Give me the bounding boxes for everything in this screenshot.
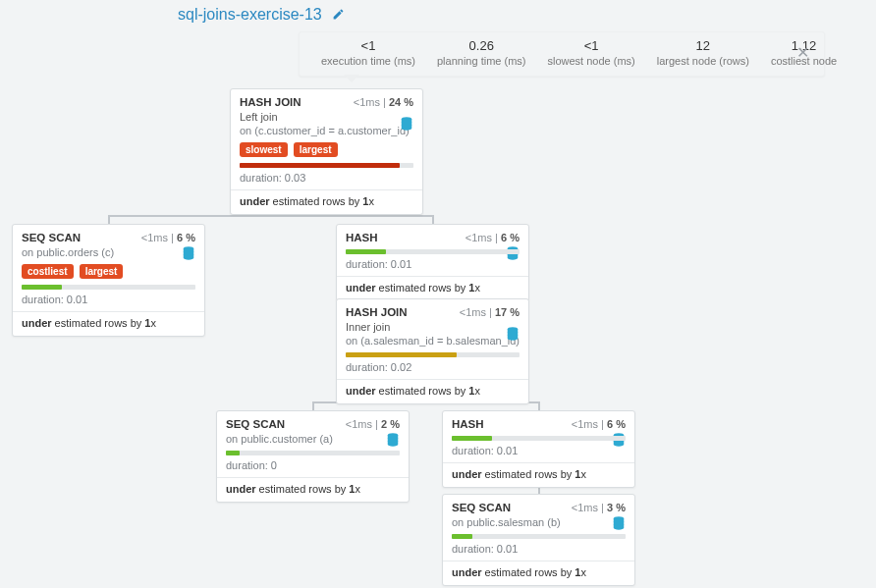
node-condition: on (c.customer_id = a.customer_id) bbox=[240, 125, 413, 136]
node-stats: <1ms | 17 % bbox=[460, 306, 520, 318]
page-title: sql-joins-exercise-13 bbox=[178, 6, 345, 25]
duration-text: duration: 0 bbox=[226, 459, 400, 471]
node-stats: <1ms | 3 % bbox=[572, 502, 626, 513]
node-detail: on public.customer (a) bbox=[226, 433, 400, 445]
metric-plan-time: 0.26 planning time (ms) bbox=[437, 38, 525, 67]
row-estimate: under estimated rows by 1x bbox=[240, 195, 413, 207]
node-stats: <1ms | 6 % bbox=[572, 418, 626, 430]
tag-slowest: slowest bbox=[240, 142, 288, 157]
tag-costliest: costliest bbox=[22, 264, 74, 279]
row-estimate: under estimated rows by 1x bbox=[452, 468, 626, 480]
duration-text: duration: 0.01 bbox=[452, 543, 626, 555]
metric-slowest: <1 slowest node (ms) bbox=[547, 38, 634, 67]
node-hash-2[interactable]: HASH <1ms | 6 % duration: 0.01 under est… bbox=[442, 410, 635, 488]
row-estimate: under estimated rows by 1x bbox=[452, 566, 626, 578]
node-stats: <1ms | 6 % bbox=[141, 232, 195, 243]
node-detail: on public.salesman (b) bbox=[452, 516, 626, 528]
node-tags: costliest largest bbox=[22, 264, 195, 279]
node-name: SEQ SCAN bbox=[452, 502, 511, 513]
node-detail: Left join bbox=[240, 111, 413, 123]
duration-bar bbox=[452, 436, 626, 441]
edit-icon[interactable] bbox=[332, 7, 345, 25]
node-detail: Inner join bbox=[346, 321, 520, 333]
summary-pointer bbox=[344, 75, 359, 82]
duration-bar bbox=[240, 163, 413, 168]
title-text: sql-joins-exercise-13 bbox=[178, 6, 322, 23]
database-icon[interactable] bbox=[387, 433, 399, 449]
connector bbox=[108, 215, 434, 217]
node-hash-join-2[interactable]: HASH JOIN <1ms | 17 % Inner join on (a.s… bbox=[336, 298, 529, 404]
node-name: HASH JOIN bbox=[240, 96, 301, 108]
node-hash-1[interactable]: HASH <1ms | 6 % duration: 0.01 under est… bbox=[336, 224, 529, 301]
node-stats: <1ms | 6 % bbox=[465, 232, 520, 243]
node-name: SEQ SCAN bbox=[226, 418, 285, 430]
node-name: HASH bbox=[452, 418, 484, 430]
duration-text: duration: 0.02 bbox=[346, 361, 520, 373]
node-seq-scan-salesman[interactable]: SEQ SCAN <1ms | 3 % on public.salesman (… bbox=[442, 494, 635, 586]
node-name: HASH bbox=[346, 232, 378, 243]
node-name: HASH JOIN bbox=[346, 306, 408, 318]
database-icon[interactable] bbox=[183, 246, 194, 262]
duration-text: duration: 0.01 bbox=[22, 294, 195, 305]
duration-text: duration: 0.01 bbox=[346, 258, 520, 270]
node-seq-scan-orders[interactable]: SEQ SCAN <1ms | 6 % on public.orders (c)… bbox=[12, 224, 205, 337]
row-estimate: under estimated rows by 1x bbox=[226, 483, 400, 495]
database-icon[interactable] bbox=[613, 516, 625, 532]
duration-bar bbox=[452, 534, 626, 539]
duration-text: duration: 0.01 bbox=[452, 445, 626, 456]
database-icon[interactable] bbox=[401, 117, 412, 133]
metric-largest: 12 largest node (rows) bbox=[657, 38, 749, 67]
duration-bar bbox=[346, 249, 520, 254]
metric-exec-time: <1 execution time (ms) bbox=[321, 38, 415, 67]
node-stats: <1ms | 2 % bbox=[346, 418, 400, 430]
duration-bar bbox=[226, 451, 400, 455]
database-icon[interactable] bbox=[507, 327, 519, 343]
node-hash-join-1[interactable]: HASH JOIN <1ms | 24 % Left join on (c.cu… bbox=[230, 88, 423, 215]
summary-bar: <1 execution time (ms) 0.26 planning tim… bbox=[299, 31, 825, 77]
node-seq-scan-customer[interactable]: SEQ SCAN <1ms | 2 % on public.customer (… bbox=[216, 410, 410, 503]
node-tags: slowest largest bbox=[240, 142, 413, 157]
duration-bar bbox=[22, 285, 195, 290]
node-detail: on public.orders (c) bbox=[22, 246, 195, 258]
row-estimate: under estimated rows by 1x bbox=[346, 385, 520, 397]
tag-largest: largest bbox=[294, 142, 338, 157]
close-icon[interactable]: ✕ bbox=[796, 43, 809, 62]
row-estimate: under estimated rows by 1x bbox=[346, 282, 520, 294]
node-name: SEQ SCAN bbox=[22, 232, 81, 243]
row-estimate: under estimated rows by 1x bbox=[22, 317, 195, 329]
node-stats: <1ms | 24 % bbox=[354, 96, 413, 108]
tag-largest: largest bbox=[80, 264, 124, 279]
node-condition: on (a.salesman_id = b.salesman_id) bbox=[346, 335, 520, 347]
duration-bar bbox=[346, 352, 520, 357]
duration-text: duration: 0.03 bbox=[240, 172, 413, 184]
